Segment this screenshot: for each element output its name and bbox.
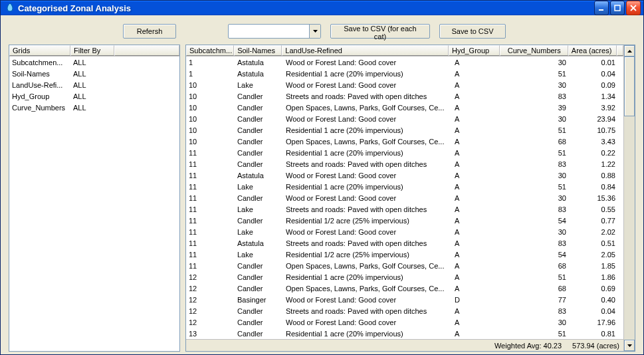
table-row[interactable]: 12CandlerOpen Spaces, Lawns, Parks, Golf… xyxy=(186,283,623,294)
filter-row[interactable]: Hyd_GroupALL xyxy=(9,90,179,102)
table-row[interactable]: 11CandlerResidential 1 acre (20% impervi… xyxy=(186,147,623,158)
table-row[interactable]: 11CandlerResidential 1/2 acre (25% imper… xyxy=(186,215,623,226)
table-cell: 2.02 xyxy=(573,228,622,236)
table-cell: 12 xyxy=(186,296,235,304)
table-cell: Astatula xyxy=(235,239,283,247)
table-header-col[interactable]: Hyd_Group xyxy=(449,45,500,56)
table-cell: A xyxy=(452,318,504,326)
table-cell: Candler xyxy=(235,92,283,100)
table-cell: 83 xyxy=(504,160,573,168)
table-row[interactable]: 11LakeResidential 1/2 acre (25% impervio… xyxy=(186,249,623,260)
table-cell: 11 xyxy=(186,205,235,213)
table-row[interactable]: 1AstatulaWood or Forest Land: Good cover… xyxy=(186,57,623,68)
scroll-track[interactable] xyxy=(624,57,635,340)
table-row[interactable]: 10LakeWood or Forest Land: Good coverA30… xyxy=(186,79,623,90)
table-cell: 12 xyxy=(186,273,235,281)
table-cell: A xyxy=(452,330,504,338)
table-header-col[interactable]: Subcatchm... xyxy=(186,45,234,56)
table-row[interactable]: 11LakeWood or Forest Land: Good coverA30… xyxy=(186,226,623,237)
table-cell: A xyxy=(452,160,504,168)
table-cell: A xyxy=(452,138,504,146)
filter-row[interactable]: Subcatchmen...ALL xyxy=(9,57,179,68)
table-cell: 2.05 xyxy=(573,251,622,259)
save-csv-button[interactable]: Save to CSV xyxy=(439,24,506,39)
table-header-col[interactable]: LandUse-Refined xyxy=(282,45,449,56)
minimize-button[interactable] xyxy=(594,1,609,15)
table-row[interactable]: 10CandlerResidential 1 acre (20% impervi… xyxy=(186,124,623,136)
scroll-thumb[interactable] xyxy=(624,57,635,116)
table-header-col[interactable]: Soil-Names xyxy=(234,45,282,56)
table-cell: 30 xyxy=(504,228,573,236)
table-row[interactable]: 11LakeStreets and roads: Paved with open… xyxy=(186,203,623,215)
table-row[interactable]: 1AstatulaResidential 1 acre (20% impervi… xyxy=(186,68,623,79)
table-row[interactable]: 11AstatulaWood or Forest Land: Good cove… xyxy=(186,170,623,181)
table-row[interactable]: 12BasingerWood or Forest Land: Good cove… xyxy=(186,294,623,305)
table-cell: Candler xyxy=(235,217,283,225)
scroll-up-icon[interactable] xyxy=(624,45,635,57)
table-cell: 0.69 xyxy=(573,285,622,293)
filter-row[interactable]: LandUse-Refi...ALL xyxy=(9,79,179,90)
table-row[interactable]: 11AstatulaStreets and roads: Paved with … xyxy=(186,237,623,249)
filter-row[interactable]: Soil-NamesALL xyxy=(9,68,179,79)
table-cell: Candler xyxy=(235,194,283,202)
table-cell: A xyxy=(452,307,504,315)
table-cell: Astatula xyxy=(235,70,283,78)
table-cell: Candler xyxy=(235,115,283,123)
table-row[interactable]: 10CandlerOpen Spaces, Lawns, Parks, Golf… xyxy=(186,136,623,147)
scroll-down-icon[interactable] xyxy=(624,340,635,351)
table-header-col[interactable]: Curve_Numbers xyxy=(500,45,568,56)
filter-row[interactable]: Curve_NumbersALL xyxy=(9,102,179,113)
table-cell: A xyxy=(452,126,504,134)
table-row[interactable]: 13CandlerResidential 1 acre (20% impervi… xyxy=(186,328,623,339)
filter-cell: Hyd_Group xyxy=(9,92,70,100)
table-row[interactable]: 11LakeResidential 1 acre (20% impervious… xyxy=(186,181,623,192)
left-header-col[interactable]: Grids xyxy=(9,45,70,56)
table-row[interactable]: 11CandlerOpen Spaces, Lawns, Parks, Golf… xyxy=(186,260,623,271)
filter-cell: ALL xyxy=(70,81,114,89)
table-cell: 83 xyxy=(504,205,573,213)
table-row[interactable]: 12CandlerWood or Forest Land: Good cover… xyxy=(186,316,623,328)
table-cell: 11 xyxy=(186,262,235,270)
table-cell: 11 xyxy=(186,172,235,179)
table-header-col[interactable]: Area (acres) xyxy=(568,45,617,56)
table-cell: 10 xyxy=(186,115,235,123)
table-cell: 0.22 xyxy=(573,149,622,157)
table-row[interactable]: 10CandlerStreets and roads: Paved with o… xyxy=(186,90,623,102)
table-row[interactable]: 12CandlerResidential 1 acre (20% impervi… xyxy=(186,271,623,283)
maximize-button[interactable] xyxy=(610,1,625,15)
table-cell: 51 xyxy=(504,330,573,338)
table-cell: A xyxy=(452,70,504,78)
app-window: Categorised Zonal Analysis Refersh xyxy=(0,0,644,355)
left-header-col[interactable] xyxy=(114,45,179,56)
table-cell: 15.36 xyxy=(573,194,622,202)
table-cell: A xyxy=(452,149,504,157)
table-cell: 3.43 xyxy=(573,138,622,146)
save-csv-each-button[interactable]: Save to CSV (for each cat) xyxy=(330,24,430,39)
table-row[interactable]: 12CandlerStreets and roads: Paved with o… xyxy=(186,305,623,316)
table-cell: Wood or Forest Land: Good cover xyxy=(283,296,452,304)
table-cell: 13 xyxy=(186,330,235,338)
table-cell: 10 xyxy=(186,92,235,100)
vertical-scrollbar[interactable] xyxy=(623,45,635,351)
category-combo[interactable] xyxy=(228,24,321,39)
table-cell: 83 xyxy=(504,307,573,315)
table-cell: 1.34 xyxy=(573,92,622,100)
table-cell: A xyxy=(452,205,504,213)
table-cell: Wood or Forest Land: Good cover xyxy=(283,194,452,202)
table-cell: Residential 1/2 acre (25% impervious) xyxy=(283,217,452,225)
table-row[interactable]: 11CandlerWood or Forest Land: Good cover… xyxy=(186,192,623,203)
table-cell: A xyxy=(452,251,504,259)
table-row[interactable]: 10CandlerWood or Forest Land: Good cover… xyxy=(186,113,623,124)
table-cell: Open Spaces, Lawns, Parks, Golf Courses,… xyxy=(283,285,452,293)
table-cell: Candler xyxy=(235,262,283,270)
refresh-button[interactable]: Refersh xyxy=(123,24,176,39)
left-header-col[interactable]: Filter By xyxy=(70,45,114,56)
table-cell: 68 xyxy=(504,138,573,146)
table-cell: A xyxy=(452,81,504,89)
table-cell: Streets and roads: Paved with open ditch… xyxy=(283,160,452,168)
table-cell: 39 xyxy=(504,104,573,112)
table-row[interactable]: 10CandlerOpen Spaces, Lawns, Parks, Golf… xyxy=(186,102,623,113)
close-button[interactable] xyxy=(626,1,641,15)
filter-cell: ALL xyxy=(70,104,114,112)
table-row[interactable]: 11CandlerStreets and roads: Paved with o… xyxy=(186,158,623,170)
